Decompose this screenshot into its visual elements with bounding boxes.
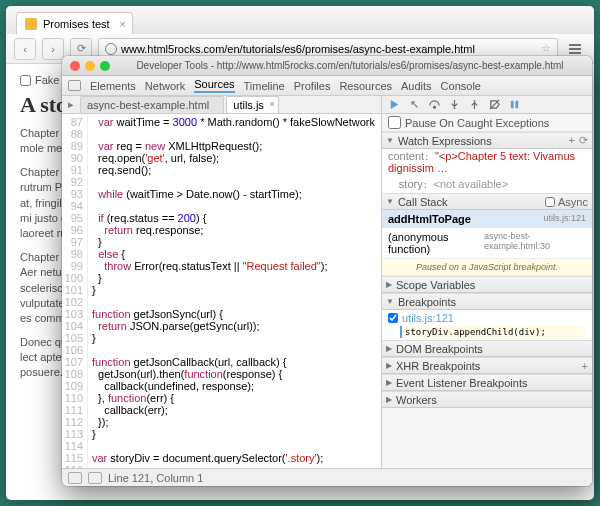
back-button[interactable]: ‹ bbox=[14, 38, 36, 60]
triangle-down-icon: ▼ bbox=[386, 297, 394, 306]
section-workers[interactable]: ▶Workers bbox=[382, 391, 592, 408]
tab-elements[interactable]: Elements bbox=[90, 80, 136, 92]
section-watch-expressions[interactable]: ▼ Watch Expressions +⟳ bbox=[382, 132, 592, 149]
close-icon[interactable]: × bbox=[270, 99, 275, 109]
stack-frame[interactable]: (anonymous function) async-best-example.… bbox=[382, 228, 592, 258]
triangle-right-icon: ▶ bbox=[386, 378, 392, 387]
pause-on-exceptions-button[interactable] bbox=[508, 99, 520, 111]
url-input[interactable] bbox=[121, 43, 537, 55]
pause-reason-note: Paused on a JavaScript breakpoint. bbox=[382, 258, 592, 276]
svg-rect-4 bbox=[515, 101, 518, 108]
add-xhr-breakpoint-button[interactable]: + bbox=[582, 360, 588, 372]
debugger-pane: ↖ Pause On Caught Exceptions ▼ Watch Exp… bbox=[382, 96, 592, 468]
file-tab-utils[interactable]: utils.js× bbox=[226, 96, 279, 113]
pause-on-caught-label: Pause On Caught Exceptions bbox=[405, 117, 549, 129]
breakpoints-body: utils.js:121 storyDiv.appendChild(div); bbox=[382, 310, 592, 340]
section-breakpoints[interactable]: ▼Breakpoints bbox=[382, 293, 592, 310]
section-xhr-breakpoints[interactable]: ▶XHR Breakpoints+ bbox=[382, 357, 592, 374]
watch-expr: content bbox=[388, 150, 424, 162]
async-label-text: Async bbox=[558, 196, 588, 208]
section-title: Call Stack bbox=[398, 196, 448, 208]
navigator-toggle-button[interactable]: ▸ bbox=[64, 98, 78, 111]
refresh-watch-button[interactable]: ⟳ bbox=[579, 134, 588, 147]
step-over-button[interactable] bbox=[428, 99, 440, 111]
watch-item[interactable]: story: <not available> bbox=[382, 177, 592, 193]
resume-button[interactable] bbox=[388, 99, 400, 111]
svg-rect-3 bbox=[510, 101, 513, 108]
devtools-statusbar: Line 121, Column 1 bbox=[62, 468, 592, 486]
svg-point-1 bbox=[453, 107, 455, 109]
tab-console[interactable]: Console bbox=[441, 80, 481, 92]
step-into-button[interactable] bbox=[448, 99, 460, 111]
window-traffic-lights bbox=[70, 61, 110, 71]
svg-point-2 bbox=[473, 100, 475, 102]
show-console-button[interactable] bbox=[68, 472, 82, 484]
step-out-button[interactable] bbox=[468, 99, 480, 111]
add-watch-button[interactable]: + bbox=[569, 134, 575, 147]
window-close-button[interactable] bbox=[70, 61, 80, 71]
triangle-down-icon: ▼ bbox=[386, 136, 394, 145]
file-tab-label: async-best-example.html bbox=[87, 99, 209, 111]
watch-expr: story bbox=[399, 178, 423, 190]
cursor-icon: ↖ bbox=[408, 99, 420, 111]
tab-timeline[interactable]: Timeline bbox=[244, 80, 285, 92]
watch-item[interactable]: content: "<p>Chapter 5 text: Vivamus dig… bbox=[382, 149, 592, 177]
triangle-right-icon: ▶ bbox=[386, 344, 392, 353]
tab-network[interactable]: Network bbox=[145, 80, 185, 92]
inspect-element-button[interactable] bbox=[68, 80, 81, 91]
section-title: Breakpoints bbox=[398, 296, 456, 308]
triangle-right-icon: ▶ bbox=[386, 395, 392, 404]
section-call-stack[interactable]: ▼ Call Stack Async bbox=[382, 193, 592, 210]
triangle-right-icon: ▶ bbox=[386, 280, 392, 289]
code-editor[interactable]: 87 88 89 90 91 92 93 94 95 96 97 98 99 1… bbox=[62, 114, 381, 468]
file-tab-bar: ▸ async-best-example.html utils.js× bbox=[62, 96, 381, 114]
breakpoint-item[interactable]: utils.js:121 bbox=[382, 310, 592, 326]
frame-name: (anonymous function) bbox=[388, 231, 484, 255]
breakpoint-checkbox[interactable] bbox=[388, 313, 398, 323]
breakpoint-code: storyDiv.appendChild(div); bbox=[400, 326, 586, 338]
tab-resources[interactable]: Resources bbox=[339, 80, 392, 92]
frame-location: async-best-example.html:30 bbox=[484, 231, 586, 255]
devtools-body: ▸ async-best-example.html utils.js× 87 8… bbox=[62, 96, 592, 468]
sources-pane: ▸ async-best-example.html utils.js× 87 8… bbox=[62, 96, 382, 468]
frame-location: utils.js:121 bbox=[543, 213, 586, 225]
svg-point-0 bbox=[433, 106, 435, 108]
statusbar-button[interactable] bbox=[88, 472, 102, 484]
section-title: DOM Breakpoints bbox=[396, 343, 483, 355]
bookmark-star-icon[interactable]: ☆ bbox=[541, 42, 551, 55]
async-checkbox[interactable]: Async bbox=[545, 196, 588, 208]
file-tab-html[interactable]: async-best-example.html bbox=[80, 96, 224, 113]
section-title: Event Listener Breakpoints bbox=[396, 377, 527, 389]
stack-frame[interactable]: addHtmlToPage utils.js:121 bbox=[382, 210, 592, 228]
section-scope-variables[interactable]: ▶Scope Variables bbox=[382, 276, 592, 293]
tab-profiles[interactable]: Profiles bbox=[294, 80, 331, 92]
triangle-down-icon: ▼ bbox=[386, 197, 394, 206]
devtools-window: Developer Tools - http://www.html5rocks.… bbox=[62, 56, 592, 486]
deactivate-breakpoints-button[interactable] bbox=[488, 99, 500, 111]
close-icon[interactable]: × bbox=[119, 18, 125, 30]
globe-icon bbox=[105, 43, 117, 55]
favicon-icon bbox=[25, 18, 37, 30]
pause-on-caught-checkbox[interactable]: Pause On Caught Exceptions bbox=[382, 114, 592, 132]
section-event-listener-breakpoints[interactable]: ▶Event Listener Breakpoints bbox=[382, 374, 592, 391]
watch-body: content: "<p>Chapter 5 text: Vivamus dig… bbox=[382, 149, 592, 193]
section-title: XHR Breakpoints bbox=[396, 360, 480, 372]
window-zoom-button[interactable] bbox=[100, 61, 110, 71]
section-title: Scope Variables bbox=[396, 279, 475, 291]
call-stack-body: addHtmlToPage utils.js:121 (anonymous fu… bbox=[382, 210, 592, 276]
line-gutter[interactable]: 87 88 89 90 91 92 93 94 95 96 97 98 99 1… bbox=[62, 114, 88, 468]
window-minimize-button[interactable] bbox=[85, 61, 95, 71]
tab-sources[interactable]: Sources bbox=[194, 78, 234, 93]
triangle-right-icon: ▶ bbox=[386, 361, 392, 370]
devtools-title: Developer Tools - http://www.html5rocks.… bbox=[116, 60, 584, 71]
section-dom-breakpoints[interactable]: ▶DOM Breakpoints bbox=[382, 340, 592, 357]
devtools-titlebar: Developer Tools - http://www.html5rocks.… bbox=[62, 56, 592, 76]
devtools-tab-bar: Elements Network Sources Timeline Profil… bbox=[62, 76, 592, 96]
section-title: Watch Expressions bbox=[398, 135, 492, 147]
forward-button[interactable]: › bbox=[42, 38, 64, 60]
tab-audits[interactable]: Audits bbox=[401, 80, 432, 92]
file-tab-label: utils.js bbox=[233, 99, 264, 111]
browser-tab[interactable]: Promises test × bbox=[16, 12, 133, 34]
cursor-position: Line 121, Column 1 bbox=[108, 472, 203, 484]
code-lines: var waitTime = 3000 * Math.random() * fa… bbox=[88, 114, 381, 468]
